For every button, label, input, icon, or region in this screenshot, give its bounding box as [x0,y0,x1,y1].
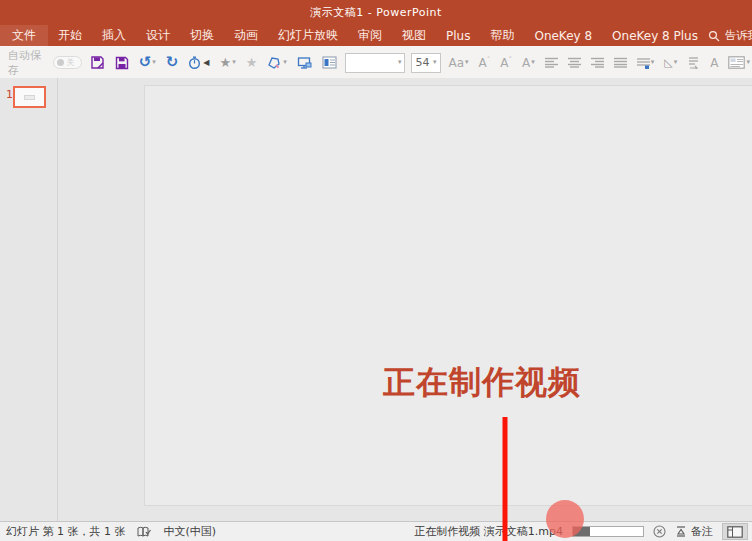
tab-help[interactable]: 帮助 [480,25,524,47]
font-name-combobox[interactable]: ▾ [345,53,406,73]
statusbar-right: 正在制作视频 演示文稿1.mp4 备注 [414,523,748,540]
animation-style-button[interactable]: ★ [244,55,260,70]
chevron-down-icon: ▾ [152,59,156,66]
toggle-knob-icon [57,59,64,66]
star-dim-icon: ★ [246,56,258,69]
tab-slideshow[interactable]: 幻灯片放映 [268,25,348,47]
shade-icon: ◺ [664,57,672,68]
chevron-down-icon: ▾ [746,59,750,66]
present-online-button[interactable] [295,55,314,71]
change-case-icon: Aa [449,57,465,69]
tellme-label: 告诉我你想要做什么 [725,28,752,43]
annotation-arrow-icon [492,415,518,541]
shape-effects-button[interactable]: ◺ ▾ [662,56,679,69]
redo-button[interactable]: ↻ [164,54,181,71]
timer-play-icon: ◀ [203,59,209,67]
notes-button[interactable]: 备注 [675,524,713,539]
layout-icon [728,56,745,69]
chevron-down-icon: ▾ [465,59,469,66]
align-left-button[interactable] [543,56,560,69]
justify-button[interactable] [612,56,629,69]
tab-plus[interactable]: Plus [436,25,480,47]
annotation-text: 正在制作视频 [383,361,598,405]
title-bar: 演示文稿1 - PowerPoint [0,0,752,25]
undo-button[interactable]: ↺ ▾ [137,54,158,71]
freeform-shape-icon [267,56,282,70]
align-center-button[interactable] [566,56,583,69]
document-icon [322,56,337,69]
font-color-button[interactable]: A ▾ [520,56,537,70]
quick-access-toolbar: 自动保存 关 ↺ ▾ ↻ ◀ ★ ▾ ★ ▾ [0,47,752,78]
tab-insert[interactable]: 插入 [92,25,136,47]
save-icon [115,56,129,70]
redo-icon: ↻ [166,55,179,70]
chevron-down-icon: ▾ [433,59,437,66]
tellme-search[interactable]: 告诉我你想要做什么 [708,28,752,43]
tab-design[interactable]: 设计 [136,25,180,47]
tab-onekey8plus[interactable]: OneKey 8 Plus [602,25,708,47]
slide-thumbnail-panel: 1 [0,78,58,521]
character-button[interactable]: A [708,56,720,70]
rehearse-timings-button[interactable]: ◀ [186,55,211,71]
shrink-font-button[interactable]: Aˇ [498,56,514,70]
save-button[interactable] [113,55,131,71]
chevron-down-icon: ▾ [651,59,655,66]
normal-view-button[interactable] [722,523,748,540]
chevron-down-icon: ▾ [283,59,287,66]
thumbnail-placeholder [24,95,35,100]
align-right-icon [591,57,604,68]
tab-onekey8[interactable]: OneKey 8 [524,25,602,47]
cancel-export-icon[interactable] [653,525,666,538]
tab-animations[interactable]: 动画 [224,25,268,47]
play-animation-button[interactable]: ★ ▾ [217,55,237,70]
chevron-down-icon: ▾ [531,59,535,66]
status-bar: 幻灯片 第 1 张，共 1 张 中文(中国) 正在制作视频 演示文稿1.mp4 … [0,521,752,541]
slide-thumbnail[interactable] [13,86,46,108]
timer-icon [188,56,202,70]
tab-home[interactable]: 开始 [48,25,92,47]
star-icon: ★ [219,56,231,69]
grow-font-button[interactable]: Aˆ [477,56,493,70]
align-center-icon [568,57,581,68]
document-preview-button[interactable] [320,55,339,70]
export-progress-bar [572,526,644,537]
shape-tool-button[interactable]: ▾ [265,55,289,71]
statusbar-left: 幻灯片 第 1 张，共 1 张 中文(中国) [4,524,216,539]
text-direction-button[interactable] [685,56,702,70]
autosave-state: 关 [67,57,75,68]
slide-canvas[interactable] [144,85,752,506]
main-area: 1 正在制作视频 [0,78,752,521]
paragraph-options-button[interactable]: ▾ [635,56,657,70]
tab-view[interactable]: 视图 [392,25,436,47]
font-size-value: 54 [415,56,429,69]
notes-label: 备注 [691,524,713,539]
autosave-toggle[interactable]: 关 [53,56,82,69]
save-edit-icon [90,55,105,70]
spellcheck-icon[interactable] [137,526,151,538]
align-right-button[interactable] [589,56,606,69]
slide-number: 1 [6,88,13,101]
tab-transitions[interactable]: 切换 [180,25,224,47]
shrink-font-icon: Aˇ [500,57,512,69]
export-progress-fill [573,527,590,536]
character-icon: A [710,57,718,69]
change-case-button[interactable]: Aa ▾ [447,56,471,70]
indent-icon [637,57,650,69]
undo-icon: ↺ [139,55,152,70]
slide-info: 幻灯片 第 1 张，共 1 张 [6,524,125,539]
chevron-down-icon: ▾ [232,59,236,66]
justify-icon [614,57,627,68]
notes-icon [675,526,687,537]
export-status-text: 正在制作视频 演示文稿1.mp4 [414,524,563,539]
chevron-down-icon: ▾ [674,59,678,66]
tab-file[interactable]: 文件 [0,25,48,47]
text-direction-icon [687,57,700,69]
save-as-button[interactable] [88,54,107,71]
chevron-down-icon: ▾ [398,59,402,66]
powerpoint-window: 演示文稿1 - PowerPoint 文件 开始 插入 设计 切换 动画 幻灯片… [0,0,752,541]
tab-review[interactable]: 审阅 [348,25,392,47]
slide-layout-button[interactable]: ▾ [726,55,752,70]
monitor-icon [297,56,312,70]
language-indicator[interactable]: 中文(中国) [163,524,216,539]
font-size-combobox[interactable]: 54 ▾ [411,53,440,73]
